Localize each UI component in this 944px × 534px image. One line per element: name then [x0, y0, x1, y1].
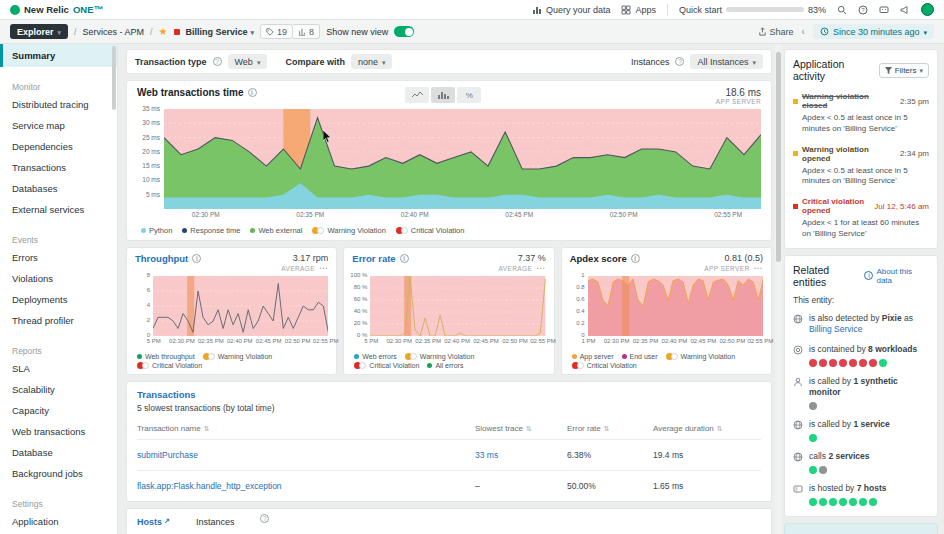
- legend-web-external[interactable]: Web external: [250, 226, 302, 235]
- error-rate-chart[interactable]: [370, 276, 545, 336]
- legend-end-user[interactable]: End user: [622, 353, 658, 360]
- error-rate-title[interactable]: Error rate: [352, 253, 395, 264]
- help-circle-icon[interactable]: [675, 57, 684, 66]
- sort-icon[interactable]: [201, 424, 210, 433]
- info-icon[interactable]: [248, 88, 257, 97]
- legend-web-errors[interactable]: Web errors: [354, 353, 397, 360]
- sidebar-item-thread-profiler[interactable]: Thread profiler: [0, 310, 117, 331]
- col-average-duration[interactable]: Average duration: [653, 424, 714, 433]
- col-error-rate[interactable]: Error rate: [567, 424, 601, 433]
- sort-icon[interactable]: [523, 424, 532, 433]
- activity-item[interactable]: Critical violation opened Jul 12, 5:46 a…: [793, 197, 929, 240]
- apps-button[interactable]: Apps: [621, 5, 656, 15]
- sidebar-item-distributed-tracing[interactable]: Distributed tracing: [0, 94, 117, 115]
- monitor-status-dots[interactable]: [809, 402, 929, 410]
- col-slowest-trace[interactable]: Slowest trace: [475, 424, 523, 433]
- compare-with-select[interactable]: none: [351, 54, 393, 69]
- main-scrollbar[interactable]: [775, 44, 782, 534]
- sidebar-item-external-services[interactable]: External services: [0, 199, 117, 220]
- service-status-dots[interactable]: [809, 434, 929, 442]
- line-chart-toggle[interactable]: [405, 87, 429, 103]
- sidebar-item-violations[interactable]: Violations: [0, 268, 117, 289]
- query-your-data-button[interactable]: Query your data: [532, 5, 611, 15]
- sidebar-item-application[interactable]: Application: [0, 511, 117, 532]
- apdex-chart[interactable]: [588, 276, 763, 336]
- legend-critical-violation[interactable]: Critical Violation: [396, 226, 465, 235]
- legend-app-server[interactable]: App server: [572, 353, 614, 360]
- new-relic-logo[interactable]: New Relic ONE™: [10, 4, 103, 15]
- sidebar-scrollbar[interactable]: [112, 46, 116, 110]
- entity-picker[interactable]: Billing Service: [186, 27, 255, 37]
- help-circle-icon[interactable]: [213, 57, 222, 66]
- info-icon[interactable]: [400, 254, 409, 263]
- sort-icon[interactable]: [714, 424, 723, 433]
- transaction-type-select[interactable]: Web: [228, 54, 268, 69]
- about-this-data-link[interactable]: About this data: [864, 267, 929, 285]
- instances-select[interactable]: All Instances: [690, 54, 763, 69]
- alerts-badge[interactable]: 8: [293, 24, 320, 39]
- sidebar-item-database[interactable]: Database: [0, 442, 117, 463]
- show-new-view-toggle[interactable]: [394, 26, 414, 37]
- scrollbar-thumb[interactable]: [776, 52, 781, 262]
- sidebar-item-dependencies[interactable]: Dependencies: [0, 136, 117, 157]
- info-icon[interactable]: [192, 254, 201, 263]
- host-status-dots[interactable]: [809, 498, 929, 506]
- explorer-menu-button[interactable]: Explorer: [10, 24, 68, 39]
- sidebar-item-errors[interactable]: Errors: [0, 247, 117, 268]
- percent-chart-toggle[interactable]: %: [457, 87, 481, 103]
- transaction-link[interactable]: flask.app:Flask.handle_http_exception: [137, 481, 282, 491]
- sidebar-item-transactions[interactable]: Transactions: [0, 157, 117, 178]
- workload-status-dots[interactable]: [809, 359, 929, 367]
- activity-item[interactable]: Warning violation closed 2:35 pm Apdex <…: [793, 92, 929, 135]
- info-icon[interactable]: [631, 254, 640, 263]
- help-icon[interactable]: ?: [858, 5, 868, 15]
- hosts-link[interactable]: Hosts: [137, 517, 170, 527]
- card-menu-icon[interactable]: ⋯: [536, 263, 545, 273]
- share-button[interactable]: Share: [758, 27, 794, 37]
- user-avatar[interactable]: [921, 3, 934, 16]
- web-transactions-chart[interactable]: [164, 109, 761, 209]
- legend-critical-violation[interactable]: Critical Violation: [137, 362, 202, 369]
- sidebar-item-summary[interactable]: Summary: [0, 44, 117, 67]
- time-range-picker[interactable]: Since 30 minutes ago: [813, 24, 934, 39]
- sidebar-item-capacity[interactable]: Capacity: [0, 400, 117, 421]
- breadcrumb-services-apm[interactable]: Services - APM: [83, 27, 145, 37]
- activity-item[interactable]: Warning violation opened 2:34 pm Apdex <…: [793, 145, 929, 188]
- filters-button[interactable]: Filters: [879, 63, 929, 78]
- sidebar-item-service-map[interactable]: Service map: [0, 115, 117, 136]
- legend-warning-violation[interactable]: Warning Violation: [312, 226, 385, 235]
- throughput-chart[interactable]: [153, 276, 328, 336]
- legend-python[interactable]: Python: [141, 226, 172, 235]
- announcements-icon[interactable]: [900, 5, 910, 15]
- feedback-icon[interactable]: [879, 5, 889, 15]
- billing-service-link[interactable]: Billing Service: [809, 324, 862, 334]
- col-transaction-name[interactable]: Transaction name: [137, 424, 201, 433]
- tags-badge[interactable]: 19: [260, 24, 293, 39]
- legend-critical-violation[interactable]: Critical Violation: [354, 362, 419, 369]
- legend-critical-violation[interactable]: Critical Violation: [572, 362, 637, 369]
- sidebar-item-web-transactions[interactable]: Web transactions: [0, 421, 117, 442]
- legend-warning-violation[interactable]: Warning Violation: [666, 353, 735, 360]
- collapse-panel-icon[interactable]: ‹: [802, 26, 805, 37]
- stacked-chart-toggle[interactable]: [431, 87, 455, 103]
- legend-response-time[interactable]: Response time: [182, 226, 240, 235]
- sidebar-item-databases[interactable]: Databases: [0, 178, 117, 199]
- legend-warning-violation[interactable]: Warning Violation: [405, 353, 474, 360]
- favorite-star-icon[interactable]: [159, 26, 168, 37]
- card-menu-icon[interactable]: ⋯: [319, 263, 328, 273]
- sidebar-item-scalability[interactable]: Scalability: [0, 379, 117, 400]
- legend-web-throughput[interactable]: Web throughput: [137, 353, 195, 360]
- legend-all-errors[interactable]: All errors: [427, 362, 463, 369]
- sidebar-item-background-jobs[interactable]: Background jobs: [0, 463, 117, 484]
- transaction-link[interactable]: submitPurchase: [137, 450, 198, 460]
- search-icon[interactable]: [837, 5, 847, 15]
- help-circle-icon[interactable]: [260, 514, 269, 523]
- sidebar-item-deployments[interactable]: Deployments: [0, 289, 117, 310]
- transactions-link[interactable]: Transactions: [137, 389, 761, 400]
- legend-warning-violation[interactable]: Warning Violation: [203, 353, 272, 360]
- sidebar-item-sla[interactable]: SLA: [0, 358, 117, 379]
- trace-link[interactable]: 33 ms: [475, 450, 498, 460]
- sort-icon[interactable]: [601, 424, 610, 433]
- throughput-title[interactable]: Throughput: [135, 253, 188, 264]
- quick-start-progress[interactable]: Quick start 83%: [679, 5, 826, 15]
